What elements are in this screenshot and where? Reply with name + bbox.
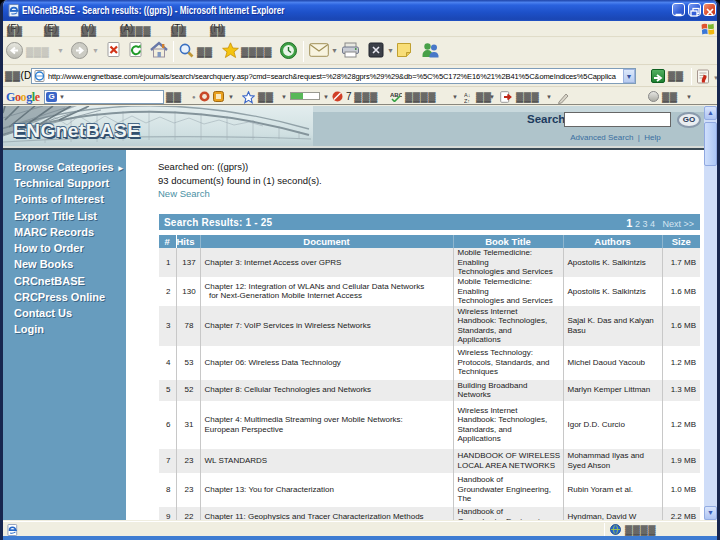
svg-text:ABC: ABC (390, 92, 402, 98)
svg-text:Z↑: Z↑ (464, 97, 470, 103)
